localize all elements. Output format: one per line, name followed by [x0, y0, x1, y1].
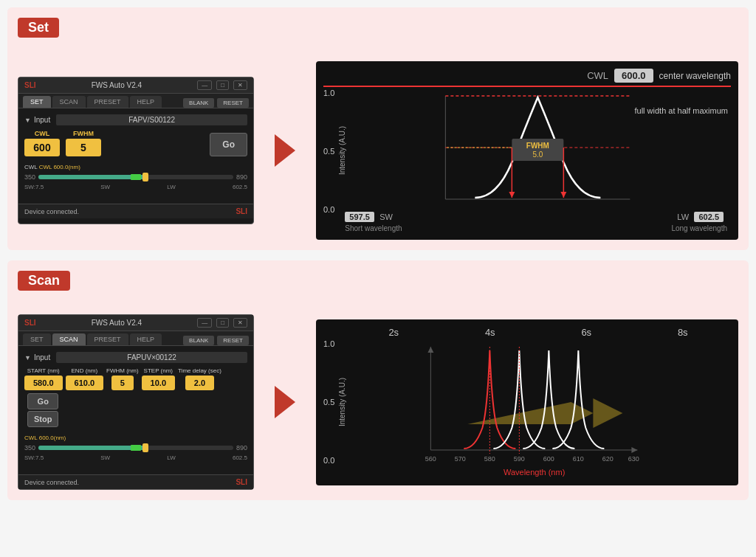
scan-start-value[interactable]: 580.0	[24, 376, 63, 390]
set-status-text: Device connected.	[24, 208, 79, 215]
set-slider-max: 890	[236, 173, 247, 181]
scan-t3: 6s	[581, 327, 591, 338]
set-fwhm-value[interactable]: 5	[66, 139, 101, 156]
scan-reset-btn[interactable]: RESET	[217, 336, 249, 345]
svg-marker-11	[561, 192, 567, 198]
scan-blank-btn[interactable]: BLANK	[183, 336, 214, 345]
scan-start-group: START (nm) 580.0	[24, 367, 63, 390]
scan-cwl-slider-label: CWL 600.0(nm)	[24, 435, 247, 441]
set-slider-thumb[interactable]	[142, 173, 148, 181]
scan-slider-thumb[interactable]	[142, 443, 148, 452]
scan-tab-help[interactable]: HELP	[130, 333, 162, 345]
scan-tab-preset[interactable]: PRESET	[87, 333, 128, 345]
svg-text:560: 560	[425, 455, 436, 463]
scan-slider-track[interactable]	[38, 446, 233, 450]
set-app-logo: SLI	[24, 81, 36, 89]
scan-delay-value[interactable]: 2.0	[185, 376, 214, 390]
scan-x-label: Wavelength (nm)	[337, 465, 731, 478]
set-app-titlebar: SLI FWS Auto V2.4 — □ ✕	[18, 77, 253, 94]
scan-slider-area: CWL 600.0(nm) 350 890 SW	[24, 432, 247, 464]
set-y-label: Intensity (A.U.)	[338, 126, 346, 175]
scan-input-triangle: ▼	[24, 354, 31, 361]
scan-t2: 4s	[485, 327, 495, 338]
svg-marker-16	[594, 398, 623, 428]
scan-tick-sw: SW	[100, 454, 110, 461]
set-tab-set[interactable]: SET	[23, 96, 51, 108]
scan-tick-lw: LW	[167, 454, 175, 461]
set-section-content: Set SLI FWS Auto V2.4 — □ ✕ SET SCAN PRE…	[18, 18, 738, 240]
scan-minimize-btn[interactable]: —	[197, 318, 212, 328]
set-tab-scan[interactable]: SCAN	[52, 96, 86, 108]
scan-slider-min: 350	[24, 444, 35, 452]
scan-content-row: SLI FWS Auto V2.4 — □ ✕ SET SCAN PRESET …	[18, 314, 738, 490]
set-tab-help[interactable]: HELP	[130, 96, 162, 108]
svg-text:610: 610	[573, 455, 584, 463]
scan-btns: Go Stop	[27, 393, 58, 427]
set-long-wl-label: Long wavelength	[671, 224, 727, 232]
scan-step-value[interactable]: 10.0	[142, 376, 175, 390]
set-arrow	[275, 134, 295, 167]
scan-delay-group: Time delay (sec) 2.0	[178, 367, 221, 390]
scan-go-btn[interactable]: Go	[27, 393, 58, 409]
scan-end-label: END (nm)	[72, 367, 98, 374]
set-fwhm-group: FWHM 5	[66, 130, 101, 156]
scan-y-label: Intensity (A.U.)	[338, 378, 346, 426]
set-close-btn[interactable]: ✕	[233, 80, 247, 90]
scan-tab-set[interactable]: SET	[23, 333, 51, 345]
scan-slider-fill	[38, 446, 145, 450]
scan-fwhm-group: FWHM (nm) 5	[106, 367, 139, 390]
set-section: Set SLI FWS Auto V2.4 — □ ✕ SET SCAN PRE…	[7, 7, 749, 250]
set-chart-cwl-val: 600.0	[614, 69, 653, 83]
scan-t1: 2s	[388, 327, 399, 338]
set-slider-marker	[131, 174, 141, 180]
scan-time-labels: 2s 4s 6s 8s	[323, 327, 731, 338]
set-tick-sw: SW	[100, 184, 110, 190]
scan-y-axis: 1.0 0.5 0.0	[323, 339, 337, 465]
scan-slider-marker	[131, 445, 141, 451]
set-maximize-btn[interactable]: □	[216, 80, 229, 90]
scan-start-label: START (nm)	[27, 367, 60, 374]
set-slider-track[interactable]	[38, 175, 233, 179]
set-app-tabs: SET SCAN PRESET HELP BLANK RESET	[18, 94, 253, 108]
scan-chart-svg: 560 570 580 590 600 610 620 630	[337, 339, 731, 465]
set-slider-fill	[38, 175, 145, 179]
set-sw-val: 597.5	[345, 212, 374, 222]
set-slider-ticks: SW:7.5 SW LW 602.5	[24, 184, 247, 190]
scan-input-label: Input	[34, 353, 50, 361]
set-cwl-group: CWL 600	[24, 130, 60, 156]
scan-fwhm-label: FWHM (nm)	[106, 367, 139, 374]
set-cwl-slider-value: CWL 600.0(nm)	[39, 164, 80, 170]
scan-fwhm-value[interactable]: 5	[111, 376, 134, 390]
scan-y3: 0.0	[323, 456, 334, 465]
scan-app-logo: SLI	[24, 319, 36, 327]
scan-tab-scan[interactable]: SCAN	[52, 333, 86, 345]
set-tick-lw: LW	[167, 184, 175, 190]
scan-end-value[interactable]: 610.0	[66, 376, 104, 390]
scan-device-name: FAPUV×00122	[56, 352, 247, 363]
set-reset-btn[interactable]: RESET	[217, 98, 249, 108]
set-fwhm-desc: full width at half maximum	[634, 105, 728, 116]
scan-close-btn[interactable]: ✕	[233, 318, 247, 328]
scan-tab-right: BLANK RESET	[183, 336, 249, 345]
scan-status-bar: Device connected. SLI	[18, 474, 253, 489]
set-y-axis: 1.0 0.5 0.0	[323, 89, 337, 214]
set-minimize-btn[interactable]: —	[197, 80, 212, 90]
svg-text:5.0: 5.0	[533, 151, 543, 159]
scan-app-body: ▼ Input FAPUV×00122 START (nm) 580.0 END…	[18, 346, 253, 474]
scan-slider-max: 890	[236, 444, 247, 452]
scan-stop-btn[interactable]: Stop	[27, 411, 58, 427]
set-cwl-slider-label: CWL CWL 600.0(nm)	[24, 164, 247, 170]
set-blank-btn[interactable]: BLANK	[183, 98, 214, 108]
svg-text:580: 580	[484, 455, 495, 463]
set-go-btn[interactable]: Go	[210, 133, 247, 156]
scan-app-title: FWS Auto V2.4	[92, 319, 142, 327]
scan-input-row: ▼ Input FAPUV×00122	[24, 352, 247, 363]
svg-text:570: 570	[455, 455, 466, 463]
set-cwl-value[interactable]: 600	[24, 139, 60, 156]
set-slider-row: 350 890	[24, 172, 247, 182]
scan-maximize-btn[interactable]: □	[216, 318, 229, 328]
set-fields-row: CWL 600 FWHM 5 Go	[24, 130, 247, 156]
set-lw-label: LW	[677, 212, 689, 221]
set-input-row: ▼ Input FAPV/S00122	[24, 114, 247, 125]
set-tab-preset[interactable]: PRESET	[87, 96, 128, 108]
